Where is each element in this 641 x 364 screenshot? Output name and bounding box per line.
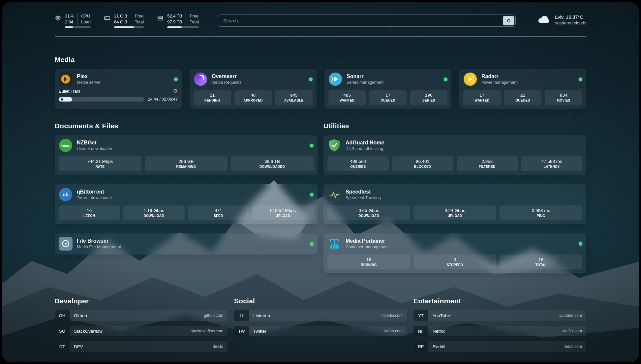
stat-label: UPLOAD [254, 214, 312, 218]
bookmark-name: YouTube [428, 310, 450, 321]
service-name: NZBGet [77, 139, 112, 146]
service-card-portainer[interactable]: Media Portainer Container management 16 … [323, 233, 586, 273]
bookmark-abbr: YT [413, 310, 428, 321]
service-description: Media Requests [212, 80, 241, 85]
header-divider [55, 36, 586, 37]
bookmark-dev[interactable]: DT DEV dev.to [55, 341, 228, 352]
plex-now-playing: Bullet Train ⚙ 24:44 / 02:06:47 [59, 88, 178, 102]
service-stats: 485 WANTED 17 QUEUED 196 SERIES [328, 90, 447, 105]
bookmark-youtube[interactable]: YT YouTube youtube.com [413, 310, 586, 321]
cpu-icon [55, 15, 61, 23]
stat-tile: 17 QUEUED [369, 90, 407, 105]
bookmark-linkedin[interactable]: LI LinkedIn linkedin.com [234, 310, 407, 321]
stat-value: 0.993 ms [501, 208, 581, 213]
status-dot [309, 77, 313, 81]
bookmark-twitter[interactable]: TW Twitter twitter.com [234, 326, 407, 336]
disk-icon [157, 15, 164, 23]
service-stats: 17 WANTED 22 QUEUED 834 MOVIES [463, 90, 582, 105]
bookmark-url: twitter.com [384, 326, 407, 336]
service-name: Media Portainer [346, 238, 389, 244]
cpu-widget: 31% 2.94 CPU Load [55, 13, 91, 28]
stat-value: 9.65 Gbps [329, 208, 409, 213]
cpu-progress-fill [65, 26, 73, 28]
service-card-plex[interactable]: Plex Media server Bullet Train ⚙ [55, 69, 182, 109]
stat-label: QUEUED [505, 99, 540, 102]
stat-value: 945 [276, 92, 311, 98]
memory-widget: 21 GiB 64 GiB Free Total [104, 13, 144, 28]
stat-tile: 266 GB REMAINING [145, 156, 228, 171]
stat-value: 17 [371, 92, 406, 98]
memory-progress-track [114, 26, 144, 28]
filebrowser-icon [59, 237, 73, 251]
bookmark-abbr: RE [413, 341, 428, 352]
cpu-label-2: Load [81, 19, 91, 25]
cpu-load-value: 2.94 [65, 19, 73, 25]
stat-label: SEED [189, 214, 248, 218]
bookmark-stackoverflow[interactable]: SO StackOverflow stackoverflow.com [55, 326, 228, 336]
service-card-adguard[interactable]: AdGuard Home DNS and adblocking 498,564 … [323, 135, 586, 175]
stat-label: UPLOAD [415, 214, 495, 218]
stat-label: RATE [60, 165, 140, 168]
bookmark-url: reddit.com [564, 341, 586, 352]
service-name: Plex [77, 73, 101, 80]
service-card-radarr[interactable]: Radarr Movie management 17 WANTED 22 QUE… [459, 69, 586, 109]
service-card-overseerr[interactable]: Overseerr Media Requests 21 PENDING 40 A… [190, 69, 317, 109]
bookmark-reddit[interactable]: RE Reddit reddit.com [413, 341, 586, 352]
playback-progress-track[interactable] [59, 97, 144, 102]
bookmark-group-title: Developer [55, 297, 228, 305]
playback-progress-fill [59, 97, 72, 102]
stat-tile: 39.6 TB DOWNLOADED [231, 156, 314, 171]
bookmark-abbr: LI [234, 310, 249, 321]
stat-tile: 834 MOVIES [545, 90, 582, 105]
stat-tile: 196 SERIES [410, 90, 447, 105]
weather-widget: Lviv, 16.87°C scattered clouds [537, 14, 586, 25]
search-input[interactable] [218, 15, 516, 27]
stat-tile: 0.993 ms PING [500, 205, 582, 220]
service-description: Torrent downloader [77, 195, 112, 201]
stat-label: WANTED [465, 99, 500, 102]
stat-label: SERIES [411, 99, 446, 102]
bookmark-github[interactable]: GH Github github.com [55, 310, 228, 321]
cpu-progress-track [65, 26, 91, 28]
service-card-qbittorrent[interactable]: qb qBittorrent Torrent downloader 16 LEE… [55, 184, 318, 224]
bookmark-abbr: NF [413, 326, 428, 336]
service-stats: 16 LEECH 1.19 Gbps DOWNLOAD 471 SEED 6 [59, 205, 314, 220]
stat-label: APPROVED [236, 99, 271, 102]
stat-tile: 9.24 Gbps UPLOAD [413, 205, 496, 220]
service-header: Sonarr Series management [328, 72, 447, 86]
background-stars [2, 2, 3, 3]
bookmark-group-title: Entertainment [413, 297, 586, 305]
cpu-label-1: CPU [81, 13, 91, 19]
service-header: Overseerr Media Requests [194, 72, 313, 86]
stat-tile: 744.21 Mbps RATE [59, 156, 141, 171]
bookmark-netflix[interactable]: NF Netflix netflix.com [413, 326, 586, 336]
cpu-percent: 31% [65, 13, 74, 19]
service-description: Container management [346, 244, 389, 250]
stat-tile: 40 APPROVED [234, 90, 272, 105]
disk-widget: 52.4 TB 97.9 TB Free Total [157, 13, 199, 28]
service-card-speedtest[interactable]: Speedtest Speedtest Tracking 9.65 Gbps D… [323, 184, 586, 224]
stat-label: MOVIES [546, 99, 581, 102]
stat-tile: 17 WANTED [463, 90, 501, 105]
service-description: Usenet downloader [77, 146, 112, 152]
stat-label: LEECH [60, 214, 119, 218]
bookmark-name: Twitter [249, 326, 266, 336]
service-card-nzbget[interactable]: nzbget NZBGet Usenet downloader 744.21 M… [55, 135, 318, 175]
section-title-documents: Documents & Files [55, 122, 318, 130]
service-card-sonarr[interactable]: Sonarr Series management 485 WANTED 17 Q… [324, 69, 451, 109]
stat-value: 47.569 ms [522, 159, 581, 164]
stat-label: QUERIES [329, 165, 387, 168]
disk-total-value: 97.9 TB [167, 19, 182, 25]
status-dot [579, 77, 582, 81]
search-bar: G [218, 15, 516, 27]
settings-gear-icon[interactable]: ⚙ [173, 88, 178, 94]
service-card-filebrowser[interactable]: File Browser Media File Management [55, 233, 318, 255]
resource-widgets: 31% 2.94 CPU Load [55, 13, 199, 28]
search-provider-button[interactable]: G [503, 16, 514, 25]
nzbget-icon: nzbget [59, 138, 73, 152]
bookmark-name: Netflix [428, 326, 445, 336]
stat-tile: 945 AVAILABLE [275, 90, 313, 105]
service-header: Speedtest Speedtest Tracking [327, 188, 582, 201]
now-playing-title: Bullet Train [59, 88, 80, 94]
plex-icon [59, 72, 73, 86]
